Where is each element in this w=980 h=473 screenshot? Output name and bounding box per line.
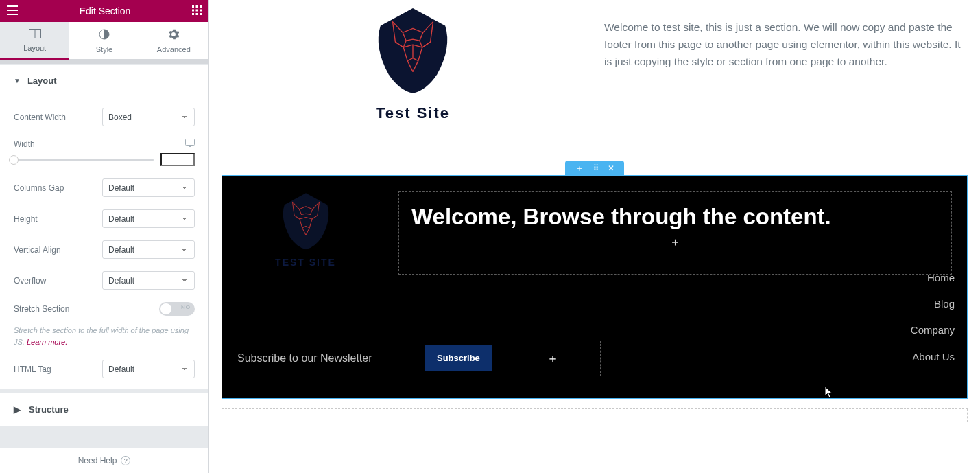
structure-section-header[interactable]: ▶ Structure xyxy=(0,393,208,426)
html-tag-label: HTML Tag xyxy=(14,365,95,374)
svg-rect-2 xyxy=(200,5,202,8)
tab-layout-label: Layout xyxy=(23,44,46,52)
empty-dropzone[interactable]: ＋ xyxy=(505,341,601,376)
columns-gap-select[interactable]: Default xyxy=(102,178,195,197)
stretch-toggle[interactable]: NO xyxy=(159,302,195,316)
device-icon[interactable] xyxy=(185,139,195,149)
widgets-icon[interactable] xyxy=(192,5,202,17)
nav-about[interactable]: About Us xyxy=(911,344,955,370)
stretch-toggle-text: NO xyxy=(181,304,191,310)
svg-rect-1 xyxy=(196,5,198,8)
gear-icon xyxy=(139,29,208,43)
delete-section-icon[interactable]: ✕ xyxy=(608,164,614,172)
selected-section[interactable]: TEST SITE Welcome, Browse through the co… xyxy=(222,175,968,399)
contrast-icon xyxy=(69,29,139,43)
columns-gap-label: Columns Gap xyxy=(14,183,95,193)
nav-home[interactable]: Home xyxy=(911,265,955,291)
panel-header: Edit Section xyxy=(0,0,208,22)
panel-title: Edit Section xyxy=(18,5,192,16)
content-width-select[interactable]: Boxed xyxy=(102,108,195,126)
valign-label: Vertical Align xyxy=(14,245,95,255)
stretch-help: Stretch the section to the full width of… xyxy=(14,325,195,347)
svg-rect-7 xyxy=(196,13,198,15)
caret-down-icon: ▼ xyxy=(14,77,21,84)
subscribe-button[interactable]: Subscribe xyxy=(425,345,492,371)
learn-more-link[interactable]: Learn more. xyxy=(27,338,67,346)
content-width-label: Content Width xyxy=(14,113,95,122)
drag-section-icon[interactable]: ⠿ xyxy=(593,164,598,172)
layout-section-label: Layout xyxy=(27,76,57,86)
tab-style[interactable]: Style xyxy=(69,22,139,60)
svg-rect-6 xyxy=(192,13,194,15)
svg-rect-5 xyxy=(200,9,202,11)
nav-company[interactable]: Company xyxy=(911,317,955,343)
tab-advanced-label: Advanced xyxy=(157,45,191,54)
width-input[interactable] xyxy=(160,153,195,166)
footer-nav: Home Blog Company About Us xyxy=(911,265,955,370)
brand-title: Test Site xyxy=(376,104,450,122)
edit-panel: Edit Section Layout Style xyxy=(0,0,209,473)
html-tag-select[interactable]: Default xyxy=(102,360,195,378)
help-link[interactable]: Need Help xyxy=(78,456,117,465)
add-new-section-zone[interactable] xyxy=(222,408,968,422)
panel-footer: Need Help ? xyxy=(0,447,208,473)
intro-paragraph: Welcome to test site, this is just a sec… xyxy=(604,7,968,70)
footer-welcome-column[interactable]: Welcome, Browse through the content. ＋ xyxy=(386,178,964,275)
panel-tabs: Layout Style Advanced xyxy=(0,22,208,60)
stretch-label: Stretch Section xyxy=(14,304,152,314)
section-handle: ＋ ⠿ ✕ xyxy=(565,161,624,176)
svg-rect-8 xyxy=(200,13,202,15)
footer-logo xyxy=(279,192,333,251)
tab-advanced[interactable]: Advanced xyxy=(139,22,208,60)
layout-section-header[interactable]: ▼ Layout xyxy=(0,64,208,97)
svg-rect-3 xyxy=(192,9,194,11)
tab-style-label: Style xyxy=(96,45,112,54)
height-select[interactable]: Default xyxy=(102,209,195,228)
welcome-heading: Welcome, Browse through the content. xyxy=(411,204,939,230)
svg-rect-4 xyxy=(196,9,198,11)
preview-canvas: Test Site Welcome to test site, this is … xyxy=(209,0,980,473)
footer-brand: TEST SITE xyxy=(275,257,336,268)
caret-right-icon: ▶ xyxy=(14,404,21,415)
overflow-label: Overflow xyxy=(14,276,95,286)
svg-rect-0 xyxy=(192,5,194,8)
add-section-icon[interactable]: ＋ xyxy=(575,164,584,172)
width-slider[interactable] xyxy=(14,159,154,161)
cursor-icon xyxy=(824,386,834,401)
site-logo xyxy=(372,7,453,95)
height-label: Height xyxy=(14,214,95,224)
svg-rect-12 xyxy=(186,139,195,146)
tab-layout[interactable]: Layout xyxy=(0,22,69,60)
nav-blog[interactable]: Blog xyxy=(911,291,955,317)
overflow-select[interactable]: Default xyxy=(102,271,195,290)
welcome-widget-dropzone[interactable]: Welcome, Browse through the content. ＋ xyxy=(398,191,952,275)
columns-icon xyxy=(0,29,69,41)
menu-icon[interactable] xyxy=(7,5,18,17)
width-label: Width xyxy=(14,139,171,149)
add-widget-icon[interactable]: ＋ xyxy=(411,234,939,250)
footer-logo-column[interactable]: TEST SITE xyxy=(225,178,386,275)
valign-select[interactable]: Default xyxy=(102,240,195,259)
help-icon[interactable]: ? xyxy=(121,456,130,465)
newsletter-text: Subscribe to our Newsletter xyxy=(237,352,412,365)
structure-section-label: Structure xyxy=(29,404,69,415)
